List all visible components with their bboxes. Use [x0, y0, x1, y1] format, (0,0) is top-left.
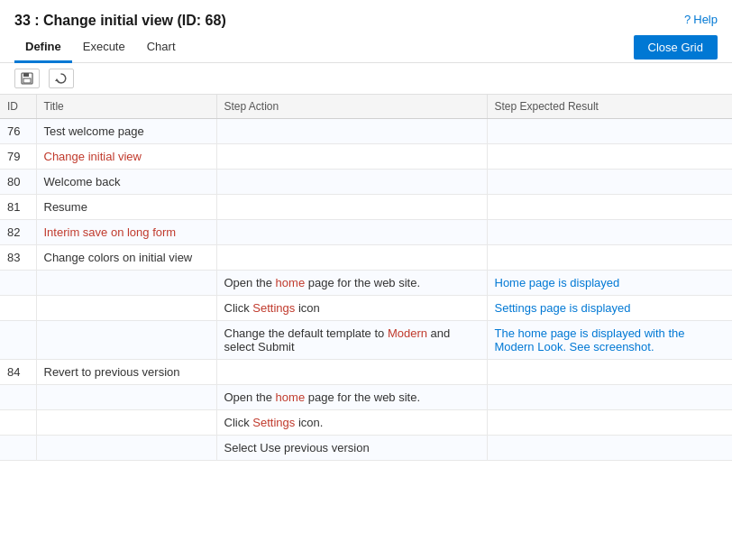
cell-title — [36, 271, 216, 296]
cell-action — [216, 144, 487, 170]
tab-define[interactable]: Define — [14, 32, 72, 63]
cell-action — [216, 245, 487, 271]
table-row: 80Welcome back — [0, 170, 732, 195]
table-row: 84Revert to previous version — [0, 360, 732, 385]
toolbar — [0, 63, 732, 95]
cell-title: Welcome back — [36, 170, 216, 195]
cell-expected — [487, 245, 732, 271]
cell-id — [0, 410, 36, 436]
cell-expected — [487, 410, 732, 436]
cell-expected — [487, 119, 732, 144]
save-button[interactable] — [14, 69, 40, 88]
table-row: 81Resume — [0, 195, 732, 220]
grid-container: ID Title Step Action Step Expected Resul… — [0, 95, 732, 461]
col-header-id: ID — [0, 95, 36, 119]
save-icon — [21, 72, 33, 85]
refresh-button[interactable] — [49, 69, 74, 88]
svg-marker-3 — [55, 78, 59, 81]
tabs: DefineExecuteChart — [14, 32, 187, 62]
svg-rect-2 — [23, 78, 31, 83]
cell-title — [36, 410, 216, 436]
cell-action: Open the home page for the web site. — [216, 271, 487, 296]
table-row: Select Use previous version — [0, 436, 732, 461]
page-title: 33 : Change initial view (ID: 68) — [14, 13, 226, 29]
table-header-row: ID Title Step Action Step Expected Resul… — [0, 95, 732, 119]
svg-rect-1 — [23, 73, 29, 77]
cell-id: 80 — [0, 170, 36, 195]
cell-id: 84 — [0, 360, 36, 385]
cell-id — [0, 385, 36, 410]
cell-id — [0, 296, 36, 321]
cell-title: Resume — [36, 195, 216, 220]
cell-action: Click Settings icon — [216, 296, 487, 321]
table-row: 76Test welcome page — [0, 119, 732, 144]
table-row: Open the home page for the web site. — [0, 385, 732, 410]
cell-id: 76 — [0, 119, 36, 144]
cell-id: 79 — [0, 144, 36, 170]
cell-expected — [487, 360, 732, 385]
tabs-bar: DefineExecuteChart Close Grid — [0, 32, 732, 63]
cell-id — [0, 436, 36, 461]
table-row: 79Change initial view — [0, 144, 732, 170]
cell-title — [36, 321, 216, 360]
cell-action: Click Settings icon. — [216, 410, 487, 436]
cell-expected — [487, 220, 732, 245]
cell-expected: The home page is displayed with the Mode… — [487, 321, 732, 360]
cell-expected — [487, 144, 732, 170]
cell-title — [36, 436, 216, 461]
cell-id: 81 — [0, 195, 36, 220]
cell-title: Change colors on initial view — [36, 245, 216, 271]
cell-title[interactable]: Interim save on long form — [36, 220, 216, 245]
col-header-expected: Step Expected Result — [487, 95, 732, 119]
cell-expected: Settings page is displayed — [487, 296, 732, 321]
help-icon: ? — [684, 13, 691, 26]
cell-action — [216, 195, 487, 220]
cell-id — [0, 271, 36, 296]
data-table: ID Title Step Action Step Expected Resul… — [0, 95, 732, 461]
cell-title — [36, 296, 216, 321]
table-row: Click Settings iconSettings page is disp… — [0, 296, 732, 321]
cell-action — [216, 119, 487, 144]
header: 33 : Change initial view (ID: 68) ? Help — [0, 0, 732, 29]
refresh-icon — [55, 72, 68, 85]
help-link[interactable]: ? Help — [684, 13, 718, 26]
cell-action — [216, 220, 487, 245]
help-label: Help — [693, 13, 718, 26]
cell-expected — [487, 195, 732, 220]
table-row: 82Interim save on long form — [0, 220, 732, 245]
cell-action: Open the home page for the web site. — [216, 385, 487, 410]
table-row: Click Settings icon. — [0, 410, 732, 436]
table-row: Change the default template to Modern an… — [0, 321, 732, 360]
cell-expected — [487, 436, 732, 461]
cell-title[interactable]: Change initial view — [36, 144, 216, 170]
close-grid-button[interactable]: Close Grid — [634, 35, 718, 60]
cell-action: Change the default template to Modern an… — [216, 321, 487, 360]
cell-id: 82 — [0, 220, 36, 245]
cell-title: Revert to previous version — [36, 360, 216, 385]
cell-expected — [487, 170, 732, 195]
cell-expected: Home page is displayed — [487, 271, 732, 296]
cell-action — [216, 360, 487, 385]
tab-execute[interactable]: Execute — [72, 32, 136, 63]
cell-action: Select Use previous version — [216, 436, 487, 461]
table-row: Open the home page for the web site.Home… — [0, 271, 732, 296]
cell-action — [216, 170, 487, 195]
col-header-title: Title — [36, 95, 216, 119]
cell-id: 83 — [0, 245, 36, 271]
col-header-action: Step Action — [216, 95, 487, 119]
cell-id — [0, 321, 36, 360]
table-row: 83Change colors on initial view — [0, 245, 732, 271]
cell-title: Test welcome page — [36, 119, 216, 144]
cell-expected — [487, 385, 732, 410]
cell-title — [36, 385, 216, 410]
tab-chart[interactable]: Chart — [136, 32, 187, 63]
